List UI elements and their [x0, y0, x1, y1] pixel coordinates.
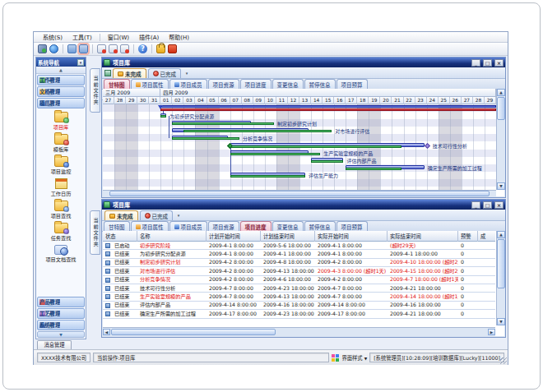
table-row[interactable]: 已结束分析竞争情况2009-4-2 8:00:002009-4-6 18:00:…	[103, 276, 495, 284]
menu-item-0[interactable]: 系统(S)	[39, 32, 67, 42]
menu-item-2[interactable]: 窗口(W)	[104, 32, 133, 42]
gantt-bar-done-制定初步研究计划[interactable]	[172, 122, 274, 125]
more-tabs-button[interactable]: ▾	[183, 69, 191, 78]
message-management-tab[interactable]: 消息管理	[37, 340, 72, 349]
minimize-button[interactable]: _	[471, 59, 480, 67]
report-window-icon[interactable]	[109, 44, 118, 53]
tab-项目属性[interactable]: 项目属性	[131, 79, 169, 89]
cell-计划开始时间: 2009-4-2 8:00:00	[207, 267, 261, 275]
phase-start-marker	[158, 105, 163, 109]
tab-项目资源[interactable]: 项目资源	[208, 221, 239, 231]
more-tabs-button[interactable]: ▾	[174, 211, 183, 220]
sidebar-group-工作管理[interactable]: 工作管理▼	[37, 75, 85, 85]
sidebar-item-项目文档查找[interactable]: 项目文档查找	[36, 243, 86, 263]
tab-暂停信息[interactable]: 暂停信息	[304, 221, 336, 231]
tab-项目资源[interactable]: 项目资源	[208, 79, 239, 89]
interface-style-dropdown[interactable]: 界面样式 ▼	[341, 354, 367, 362]
sidebar-menu-button[interactable]: ▾	[77, 59, 84, 66]
gantt-bar-progress-初步研究阶段[interactable]	[160, 108, 496, 111]
sidebar-item-项目查找[interactable]: 项目查找	[36, 199, 86, 219]
table-row[interactable]: 已结束生产实验室规模的产品2009-4-7 8:00:002009-4-13 1…	[103, 293, 495, 301]
monitor-icon[interactable]	[38, 44, 47, 53]
current-folder-vertical-tab-bottom[interactable]: 当前文件夹	[90, 210, 100, 255]
gantt-bar-done-评估生产能力[interactable]	[230, 175, 305, 178]
menu-item-3[interactable]: 插件(A)	[135, 32, 163, 42]
globe-icon[interactable]	[49, 44, 58, 53]
gantt-horizontal-scrollbar[interactable]	[103, 190, 496, 196]
tab-项目属性[interactable]: 项目属性	[131, 221, 169, 231]
column-header-预警[interactable]: 预警	[458, 231, 478, 242]
gantt-vertical-scrollbar[interactable]: ▲ ▼	[496, 89, 504, 190]
sidebar-item-任务查找[interactable]: 任务查找	[36, 221, 86, 242]
tab-变更信息[interactable]: 变更信息	[272, 79, 304, 89]
column-header-实际开始时间[interactable]: 实际开始时间	[315, 231, 388, 242]
table-row[interactable]: 已启动初步研究阶段2009-4-1 8:00:002009-5-6 18:00:…	[103, 242, 495, 250]
column-header-状态[interactable]: 状态	[103, 231, 137, 242]
current-folder-vertical-tab-top[interactable]: 当前文件夹	[90, 68, 100, 113]
sidebar-group-系统管理[interactable]: 系统管理▼	[37, 320, 85, 330]
gantt-bar-done-技术可行性分析[interactable]	[230, 145, 401, 148]
sidebar-group-文档管理[interactable]: 文档管理▼	[37, 86, 85, 97]
table-row[interactable]: 已结束评估内部产品2009-4-14 8:00:002009-4-16 18:0…	[103, 302, 495, 310]
gantt-bar-done-为初步研究分配资源[interactable]	[160, 115, 166, 118]
sidebar-scroll-up-button[interactable]: ▲	[36, 67, 86, 74]
column-header-计划开始时间[interactable]: 计划开始时间	[207, 231, 261, 242]
minimize-button[interactable]: _	[471, 201, 480, 209]
sidebar-item-项目库[interactable]: 项目库	[36, 110, 86, 131]
table-horizontal-scrollbar[interactable]: ◀ ▶	[103, 327, 495, 336]
gantt-bar-done-评估内部产品[interactable]	[311, 160, 343, 163]
lock-icon[interactable]	[156, 44, 165, 53]
tab-项目进度[interactable]: 项目进度	[240, 221, 272, 231]
sidebar-item-模板库[interactable]: 模板库	[36, 132, 86, 153]
menu-item-4[interactable]: 帮助(H)	[165, 32, 193, 42]
gantt-bar-plan-初步研究阶段[interactable]	[160, 105, 496, 108]
folder-icon[interactable]	[67, 44, 77, 53]
folder-tab-已完成[interactable]: 已完成	[148, 68, 182, 78]
tab-项目预算[interactable]: 项目预算	[336, 221, 368, 231]
tab-甘特图[interactable]: 甘特图	[104, 79, 130, 89]
close-button[interactable]: ×	[494, 201, 504, 209]
tab-项目进度[interactable]: 项目进度	[240, 79, 272, 89]
folder-tab-未完成[interactable]: 未完成	[104, 210, 138, 220]
folder-open-icon[interactable]	[79, 44, 88, 53]
table-row[interactable]: 已结束对市场进行评估2009-4-2 8:00:002009-4-13 18:0…	[103, 267, 495, 275]
table-row[interactable]: 已结束确定生产所需的加工过程2009-4-17 8:00:002009-4-23…	[103, 310, 495, 318]
sidebar-group-产品管理[interactable]: 产品管理▼	[37, 297, 85, 307]
table-row[interactable]: 已结束为初步研究分配资源2009-4-1 8:00:002009-4-1 18:…	[103, 250, 495, 258]
tab-项目预算[interactable]: 项目预算	[336, 79, 368, 89]
gantt-bar-done-对市场进行评估[interactable]	[183, 130, 332, 132]
sidebar-item-项目监控[interactable]: 项目监控	[36, 154, 86, 175]
tab-甘特图[interactable]: 甘特图	[104, 221, 130, 231]
gantt-bar-done-确定生产所需的加工过程[interactable]	[346, 168, 401, 170]
column-header-名称[interactable]: 名称	[137, 231, 207, 242]
close-button[interactable]: ×	[494, 59, 504, 67]
sidebar-group-项目管理[interactable]: 项目管理▲	[37, 98, 85, 108]
tab-变更信息[interactable]: 变更信息	[272, 221, 304, 231]
gantt-bar-done-分析竞争情况[interactable]	[172, 137, 239, 140]
tab-项目成员[interactable]: 项目成员	[169, 79, 207, 89]
sidebar-collapse-button[interactable]: ▼	[37, 331, 85, 338]
tab-项目成员[interactable]: 项目成员	[169, 221, 207, 231]
help-icon[interactable]: ?	[138, 44, 147, 53]
chart-window-icon[interactable]	[120, 44, 129, 53]
mail-window-icon[interactable]	[97, 44, 106, 53]
folder-tab-未完成[interactable]: 未完成	[113, 68, 146, 78]
folder-tab-已完成[interactable]: 已完成	[140, 210, 174, 220]
grid-icon[interactable]	[104, 70, 111, 76]
table-vertical-scrollbar[interactable]: ▲ ▼	[496, 231, 504, 325]
column-header-成[interactable]: 成	[478, 231, 497, 242]
resize-grip[interactable]	[500, 357, 507, 364]
column-header-计划结束时间[interactable]: 计划结束时间	[261, 231, 315, 242]
sidebar-item-工作日历[interactable]: 工作日历	[36, 177, 86, 197]
gantt-bar-done-生产实验室规模的产品[interactable]	[230, 153, 321, 155]
maximize-button[interactable]: □	[483, 59, 492, 67]
maximize-button[interactable]: □	[483, 201, 492, 209]
sidebar-group-工艺管理[interactable]: 工艺管理▼	[37, 308, 85, 319]
stop-icon[interactable]	[168, 44, 177, 53]
column-header-实际结束时间[interactable]: 实际结束时间	[388, 231, 458, 242]
project-library-icon	[104, 59, 110, 66]
table-row[interactable]: 已结束制定初步研究计划2009-4-2 8:00:002009-4-8 18:0…	[103, 259, 495, 267]
tab-暂停信息[interactable]: 暂停信息	[304, 79, 336, 89]
menu-item-1[interactable]: 工具(T)	[68, 32, 96, 42]
table-row[interactable]: 已结束技术可行性分析2009-4-7 8:00:002009-4-23 18:0…	[103, 284, 495, 293]
